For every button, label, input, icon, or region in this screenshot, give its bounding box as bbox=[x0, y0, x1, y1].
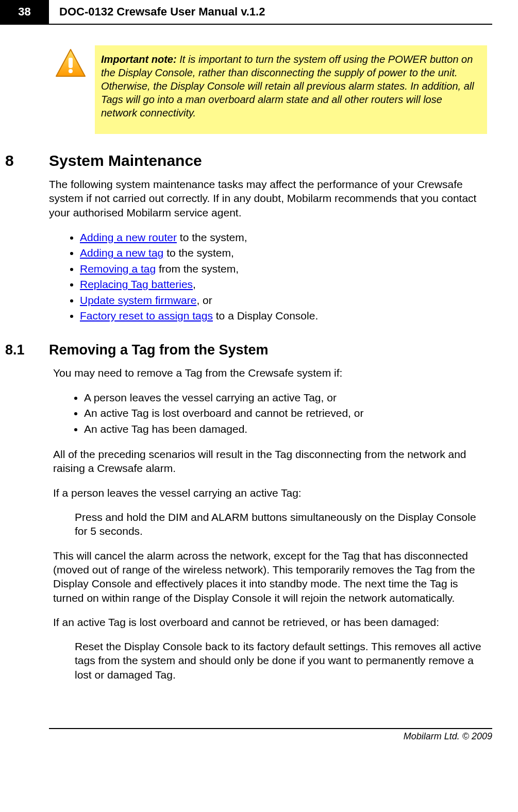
warning-icon bbox=[54, 47, 87, 80]
section-8-heading: 8 System Maintenance bbox=[5, 152, 487, 170]
list-item: Adding a new router to the system, bbox=[80, 230, 487, 245]
list-item: Replacing Tag batteries, bbox=[80, 277, 487, 292]
para-person-leaves: If a person leaves the vessel carrying a… bbox=[53, 486, 487, 500]
removal-reasons-list: A person leaves the vessel carrying an a… bbox=[53, 390, 487, 437]
list-item: An active Tag is lost overboard and cann… bbox=[84, 405, 487, 421]
para-lost-damaged: If an active Tag is lost overboard and c… bbox=[53, 615, 487, 629]
page-header: 38 DOC-0132 Crewsafe User Manual v.1.2 bbox=[0, 0, 492, 25]
link-factory-reset[interactable]: Factory reset to assign tags bbox=[80, 310, 213, 322]
page-footer: Mobilarm Ltd. © 2009 bbox=[49, 728, 492, 742]
list-item: Update system firmware, or bbox=[80, 293, 487, 308]
section-8-1-heading: 8.1 Removing a Tag from the System bbox=[5, 342, 487, 358]
para-cancel-alarm: This will cancel the alarm across the ne… bbox=[53, 549, 487, 605]
important-note-box: Important note: It is important to turn … bbox=[95, 45, 487, 134]
section-8-1-title: Removing a Tag from the System bbox=[49, 342, 269, 358]
link-add-tag[interactable]: Adding a new tag bbox=[80, 247, 163, 259]
list-item: A person leaves the vessel carrying an a… bbox=[84, 390, 487, 405]
svg-rect-1 bbox=[69, 58, 73, 68]
document-title: DOC-0132 Crewsafe User Manual v.1.2 bbox=[49, 0, 492, 24]
section-8-1-number: 8.1 bbox=[5, 342, 49, 358]
important-note-block: Important note: It is important to turn … bbox=[54, 45, 487, 134]
link-update-firmware[interactable]: Update system firmware bbox=[80, 294, 196, 306]
step-dim-alarm: Press and hold the DIM and ALARM buttons… bbox=[75, 510, 487, 538]
note-label: Important note: bbox=[101, 54, 177, 65]
list-item: An active Tag has been damaged. bbox=[84, 421, 487, 437]
svg-point-2 bbox=[69, 69, 73, 73]
link-add-router[interactable]: Adding a new router bbox=[80, 231, 177, 243]
list-item: Factory reset to assign tags to a Displa… bbox=[80, 308, 487, 324]
footer-copyright: Mobilarm Ltd. © 2009 bbox=[49, 729, 492, 742]
section-8-title: System Maintenance bbox=[49, 152, 202, 170]
link-replace-batteries[interactable]: Replacing Tag batteries bbox=[80, 278, 193, 290]
para-alarm-result: All of the preceding scenarios will resu… bbox=[53, 447, 487, 476]
page-number: 38 bbox=[0, 0, 49, 24]
step-factory-reset: Reset the Display Console back to its fa… bbox=[75, 639, 487, 682]
list-item: Adding a new tag to the system, bbox=[80, 245, 487, 261]
section-8-number: 8 bbox=[5, 152, 49, 170]
link-remove-tag[interactable]: Removing a tag bbox=[80, 263, 156, 275]
section-8-intro: The following system maintenance tasks m… bbox=[49, 177, 487, 219]
list-item: Removing a tag from the system, bbox=[80, 261, 487, 277]
maintenance-task-list: Adding a new router to the system, Addin… bbox=[49, 230, 487, 324]
section-8-1-intro: You may need to remove a Tag from the Cr… bbox=[53, 366, 487, 380]
